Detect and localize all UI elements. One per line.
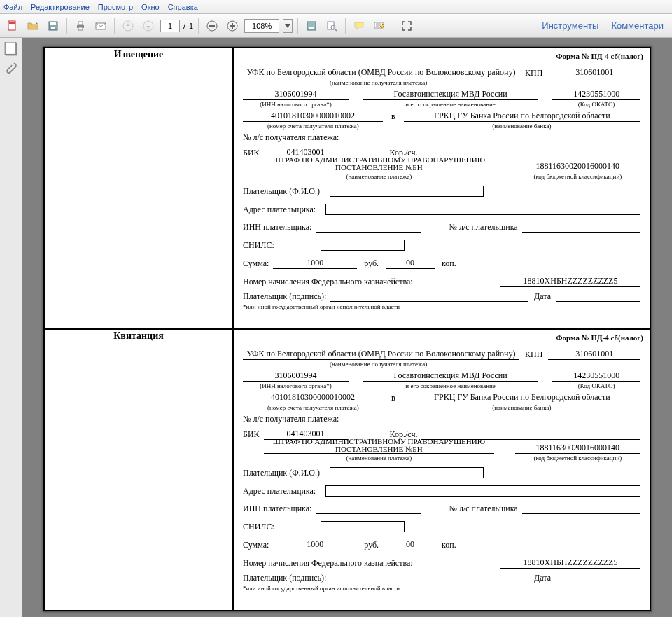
svg-rect-15 [232,23,233,29]
treasury-label: Номер начисления Федерального казначейст… [243,277,417,287]
treasury-value: 18810ХНБНZZZZZZZZZ5 [500,276,640,287]
svg-rect-23 [5,42,15,55]
treasury-value: 18810ХНБНZZZZZZZZZ5 [500,557,640,569]
menu-file[interactable]: Файл [4,3,22,11]
sidebar [0,38,22,617]
inn-value: 3106001994 [243,89,349,100]
svg-rect-6 [78,22,83,25]
ls-recipient-label: № л/с получателя платежа: [243,132,343,143]
pdf-page: Извещение Форма № ПД-4 сб(налог) УФК по … [43,46,652,612]
payer-addr-label: Адрес плательщика: [243,486,320,497]
payer-sign-label: Плательщик (подпись): [243,573,330,583]
print-icon[interactable] [72,18,89,34]
save-icon[interactable] [45,18,62,34]
payer-fio-box [330,186,484,197]
thumbnails-icon[interactable] [4,42,18,56]
payer-inn-label: ИНН плательщика: [243,504,316,514]
date-value [556,292,640,302]
inn-value: 3106001994 [243,370,349,382]
kop-label: коп. [435,540,461,550]
menu-view[interactable]: Просмотр [98,3,133,11]
snils-label: СНИЛС: [243,522,279,532]
menu-help[interactable]: Справка [168,3,198,11]
highlight-icon[interactable] [371,18,388,34]
footnote: *или иной государственный орган исполнит… [243,585,640,592]
org-value: Госавтоинспекция МВД России [363,89,538,100]
page-current-input[interactable] [160,20,180,32]
save-copy-icon[interactable] [303,18,320,34]
find-icon[interactable] [323,18,340,34]
account-value: 40101810300000010002 [243,111,383,122]
kop-label: коп. [435,258,461,269]
zoom-dropdown-icon[interactable] [283,19,293,33]
rub-label: руб. [357,540,386,550]
payment-name-caption: (наименование платежа) [264,455,494,462]
sum-label: Сумма: [243,540,273,550]
form-header: Форма № ПД-4 сб(налог) [234,331,649,347]
zoom-field[interactable]: 108% [244,19,279,33]
page-total: 1 [189,22,193,30]
payment-name-value: ШТРАФ ПО АДМИНИСТРАТИВНОМУ ПРАВОНАРУШЕНИ… [264,156,494,172]
payer-inn-label: ИНН плательщика: [243,222,316,233]
payer-ls-label: № л/с плательщика [449,222,522,233]
treasury-label: Номер начисления Федерального казначейст… [243,558,417,569]
payer-fio-box [330,467,484,478]
section-notice-title: Извещение [114,49,164,60]
okato-value: 14230551000 [552,89,640,100]
zoom-in-icon[interactable] [224,18,241,34]
form-header: Форма № ПД-4 сб(налог) [234,49,649,66]
in-label: в [383,393,404,403]
snils-box [321,240,405,251]
okato-value: 14230551000 [552,370,640,382]
snils-label: СНИЛС: [243,240,279,251]
ls-recipient-label: № л/с получателя платежа: [243,414,343,424]
bank-value: ГРКЦ ГУ Банка России по Белгородской обл… [404,111,640,122]
fullscreen-icon[interactable] [398,18,415,34]
footnote: *или иной государственный орган исполнит… [243,303,640,310]
kpp-value: 310601001 [548,67,640,78]
bank-caption: (наименование банка) [403,123,640,130]
okato-caption: (Код ОКАТО) [552,382,640,389]
recipient-field: УФК по Белгородской области (ОМВД России… [243,67,519,78]
sum-rub-value: 1000 [273,258,357,269]
svg-rect-0 [8,21,15,30]
page-up-icon[interactable] [120,18,136,34]
email-icon[interactable] [92,18,109,34]
svg-rect-7 [78,27,83,30]
snils-box [321,521,405,532]
svg-rect-4 [51,27,55,29]
toolbar: / 1 108% Инструменты Комментари [0,14,672,38]
comment-icon[interactable] [351,18,368,34]
kpp-label: КПП [519,349,548,360]
kbk-value: 18811630020016000140 [515,161,640,172]
payer-addr-box [326,204,640,215]
recipient-caption: (наименование получателя платежа) [243,79,514,86]
date-label: Дата [528,291,556,302]
menu-window[interactable]: Окно [141,3,160,11]
zoom-out-icon[interactable] [204,18,220,34]
in-label: в [383,111,404,122]
svg-line-20 [335,29,337,31]
payer-fio-label: Плательщик (Ф.И.О.) [243,186,324,197]
svg-rect-1 [9,22,15,24]
tools-link[interactable]: Инструменты [542,20,598,31]
page-sep: / [183,22,186,30]
sum-kop-value: 00 [386,539,435,550]
page-down-icon[interactable] [140,18,157,34]
menubar: Файл Редактирование Просмотр Окно Справк… [0,0,672,14]
org-value: Госавтоинспекция МВД России [363,370,538,382]
menu-edit[interactable]: Редактирование [31,3,90,11]
date-label: Дата [528,573,556,583]
payer-sign-value [330,574,528,583]
pdf-icon[interactable] [4,18,21,34]
open-icon[interactable] [24,18,41,34]
attachments-icon[interactable] [4,62,18,76]
payer-ls-value [522,223,640,233]
document-canvas[interactable]: Извещение Форма № ПД-4 сб(налог) УФК по … [22,38,672,617]
bik-label: БИК [243,429,264,440]
account-caption: (номер счета получателя платежа) [243,123,384,130]
comments-link[interactable]: Комментари [611,20,664,31]
payment-name-value: ШТРАФ ПО АДМИНИСТРАТИВНОМУ ПРАВОНАРУШЕНИ… [264,438,494,454]
org-caption: и его сокращенное наименование [363,101,538,108]
payer-fio-label: Плательщик (Ф.И.О.) [243,468,324,478]
